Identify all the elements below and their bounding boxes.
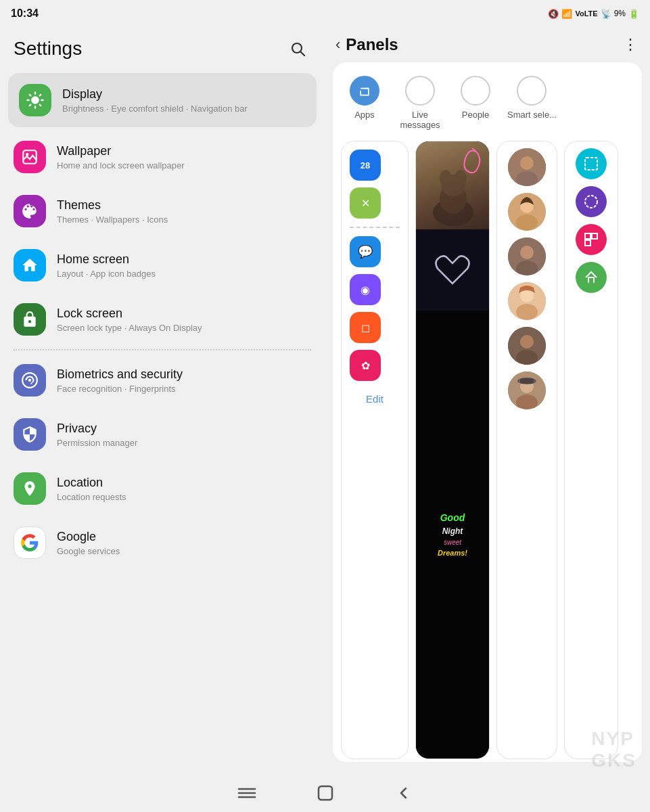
smart-icon-2 xyxy=(576,186,607,217)
settings-item-lockscreen[interactable]: Lock screen Screen lock type · Always On… xyxy=(0,292,325,346)
smart-icon-4 xyxy=(576,262,607,293)
home-button[interactable] xyxy=(313,781,338,805)
svg-line-8 xyxy=(40,105,41,106)
person-1 xyxy=(508,148,546,186)
tab-apps[interactable]: Apps xyxy=(341,76,388,130)
google-icon xyxy=(14,526,46,559)
wallpaper-subtitle: Home and lock screen wallpaper xyxy=(57,160,311,171)
mute-icon: 🔇 xyxy=(548,9,559,19)
tab-apps-label: Apps xyxy=(354,110,375,120)
panels-title-area: ‹ Panels xyxy=(335,35,398,54)
settings-item-location[interactable]: Location Location requests xyxy=(0,461,325,516)
location-subtitle: Location requests xyxy=(57,492,311,502)
biometrics-title: Biometrics and security xyxy=(57,367,311,382)
display-title: Display xyxy=(62,87,306,102)
wallpaper-text: Wallpaper Home and lock screen wallpaper xyxy=(57,143,311,171)
signal-icon: 📡 xyxy=(601,9,611,19)
biometrics-subtitle: Face recognition · Fingerprints xyxy=(57,384,311,394)
app-icon-viber: ◉ xyxy=(350,274,381,305)
settings-item-wallpaper[interactable]: Wallpaper Home and lock screen wallpaper xyxy=(0,130,325,184)
svg-point-2 xyxy=(31,96,39,104)
panels-title: Panels xyxy=(346,35,398,54)
tab-people[interactable]: People xyxy=(452,76,499,130)
dog-image xyxy=(416,141,489,229)
svg-rect-47 xyxy=(319,786,332,800)
battery-label: 9% xyxy=(614,9,626,18)
tab-smart-label: Smart sele... xyxy=(507,110,557,120)
person-5 xyxy=(508,327,546,365)
svg-line-7 xyxy=(30,95,31,96)
wifi-icon: 📶 xyxy=(561,9,572,19)
settings-item-privacy[interactable]: Privacy Permission manager xyxy=(0,407,325,461)
status-icons: 🔇 📶 VoLTE 📡 9% 🔋 xyxy=(548,9,639,19)
person-3 xyxy=(508,238,546,275)
person-4 xyxy=(508,282,546,320)
app-icon-orange: ◻ xyxy=(350,312,381,343)
panels-back-button[interactable]: ‹ xyxy=(335,36,340,53)
divider-1 xyxy=(14,349,311,351)
themes-text: Themes Themes · Wallpapers · Icons xyxy=(57,198,311,225)
privacy-icon xyxy=(14,418,46,451)
themes-icon xyxy=(14,195,46,227)
location-icon xyxy=(14,472,46,505)
people-card[interactable] xyxy=(496,141,557,759)
privacy-title: Privacy xyxy=(57,421,311,436)
themes-subtitle: Themes · Wallpapers · Icons xyxy=(57,215,311,225)
volte-label: VoLTE xyxy=(575,9,597,18)
back-button[interactable] xyxy=(392,781,416,805)
tab-people-circle xyxy=(461,76,490,106)
recents-button[interactable] xyxy=(235,781,259,805)
heart-image xyxy=(416,229,489,311)
google-text: Google Google services xyxy=(57,529,311,556)
bottom-nav xyxy=(0,774,650,812)
svg-rect-41 xyxy=(585,233,590,239)
smart-card[interactable] xyxy=(564,141,618,759)
svg-rect-39 xyxy=(585,158,597,170)
homescreen-title: Home screen xyxy=(57,252,311,267)
biometrics-text: Biometrics and security Face recognition… xyxy=(57,367,311,394)
display-icon xyxy=(19,84,51,116)
settings-item-display[interactable]: Display Brightness · Eye comfort shield … xyxy=(8,73,317,127)
settings-header: Settings xyxy=(0,27,325,70)
svg-point-30 xyxy=(516,304,538,320)
svg-point-40 xyxy=(585,196,597,208)
tab-smart[interactable]: Smart sele... xyxy=(507,76,557,130)
goodnight-image: Good Night sweet Dreams! xyxy=(416,311,489,759)
settings-item-homescreen[interactable]: Home screen Layout · App icon badges xyxy=(0,238,325,292)
svg-line-9 xyxy=(30,105,31,106)
edit-link[interactable]: Edit xyxy=(350,393,400,405)
app-icon-calculator: ✕ xyxy=(350,187,381,219)
search-button[interactable] xyxy=(284,35,311,62)
panels-more-button[interactable]: ⋮ xyxy=(623,36,639,53)
location-text: Location Location requests xyxy=(57,475,311,502)
svg-point-20 xyxy=(520,156,534,170)
homescreen-subtitle: Layout · App icon badges xyxy=(57,269,311,279)
battery-icon: 🔋 xyxy=(628,9,639,19)
svg-rect-38 xyxy=(520,378,534,384)
svg-line-10 xyxy=(40,95,41,96)
live-card[interactable]: Good Night sweet Dreams! xyxy=(415,141,490,759)
tab-live-label: Live messages xyxy=(400,110,440,130)
panel-cards: 28 ✕ 💬 ◉ xyxy=(341,141,634,759)
svg-rect-43 xyxy=(585,240,590,246)
settings-item-biometrics[interactable]: Biometrics and security Face recognition… xyxy=(0,353,325,407)
display-subtitle: Brightness · Eye comfort shield · Naviga… xyxy=(62,104,306,114)
lockscreen-icon xyxy=(14,303,46,336)
google-title: Google xyxy=(57,529,311,545)
wallpaper-title: Wallpaper xyxy=(57,143,311,159)
lockscreen-title: Lock screen xyxy=(57,306,311,321)
biometrics-icon xyxy=(14,364,46,397)
privacy-subtitle: Permission manager xyxy=(57,438,311,448)
tab-live[interactable]: Live messages xyxy=(396,76,444,130)
settings-item-themes[interactable]: Themes Themes · Wallpapers · Icons xyxy=(0,184,325,238)
svg-point-13 xyxy=(28,379,31,382)
settings-item-google[interactable]: Google Google services xyxy=(0,516,325,570)
app-icon-pink: ✿ xyxy=(350,350,381,381)
lockscreen-text: Lock screen Screen lock type · Always On… xyxy=(57,306,311,333)
apps-card[interactable]: 28 ✕ 💬 ◉ xyxy=(341,141,409,759)
settings-title: Settings xyxy=(14,38,82,60)
lockscreen-subtitle: Screen lock type · Always On Display xyxy=(57,323,311,333)
display-text: Display Brightness · Eye comfort shield … xyxy=(62,87,306,114)
homescreen-icon xyxy=(14,249,46,281)
homescreen-text: Home screen Layout · App icon badges xyxy=(57,252,311,279)
